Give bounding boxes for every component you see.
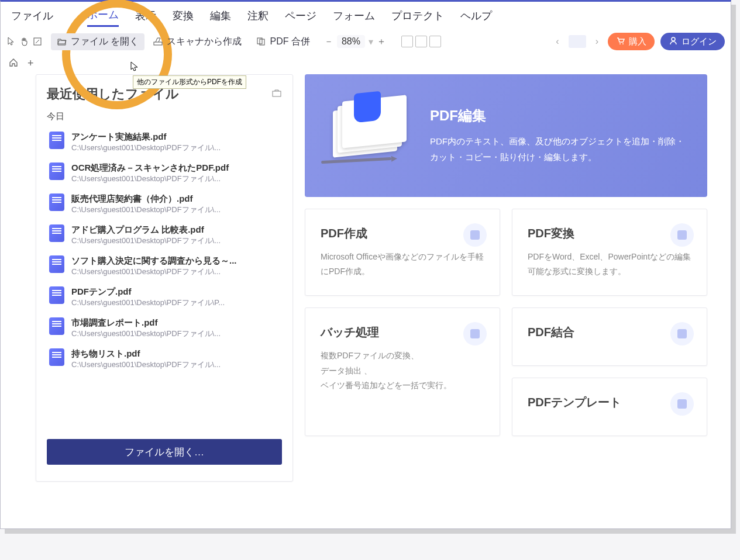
tab-annotate[interactable]: 注釈 (247, 9, 269, 26)
pdf-file-icon (49, 348, 64, 366)
zoom-dropdown-icon[interactable]: ▾ (369, 36, 373, 47)
svg-point-6 (672, 37, 675, 41)
pdf-file-icon (49, 255, 64, 273)
pdf-file-icon (49, 224, 64, 242)
zoom-out-button[interactable]: － (324, 36, 333, 48)
convert-card-title: PDF変換 (528, 226, 691, 241)
file-name: OCR処理済み－スキャンされたPDF.pdf (71, 163, 229, 174)
hero-illustration (322, 89, 416, 182)
file-name: アドビ購入プログラム 比較表.pdf (71, 224, 221, 236)
svg-point-5 (622, 43, 624, 44)
hand-tool-icon[interactable] (19, 36, 30, 47)
file-name: 持ち物リスト.pdf (71, 348, 221, 359)
hero-title: PDF編集 (430, 106, 690, 125)
scan-create-button[interactable]: スキャナから作成 (147, 33, 247, 50)
card-pdf-template[interactable]: PDFテンプレート (512, 378, 707, 436)
login-label: ログイン (682, 36, 717, 47)
recent-file-item[interactable]: OCR処理済み－スキャンされたPDF.pdf C:\Users\guest001… (47, 158, 282, 189)
combine-card-title: PDF結合 (528, 324, 691, 340)
template-card-title: PDFテンプレート (528, 395, 691, 410)
pdf-merge-label: PDF 合併 (270, 36, 309, 48)
folder-open-icon (57, 36, 67, 47)
tab-protect[interactable]: プロテクト (391, 9, 444, 26)
new-tab-button[interactable]: + (27, 57, 34, 70)
file-path: C:\Users\guest001\Desktop\PDFファイル\P... (71, 298, 225, 308)
pdf-merge-button[interactable]: PDF 合併 (250, 33, 315, 50)
recent-file-item[interactable]: 持ち物リスト.pdf C:\Users\guest001\Desktop\PDF… (47, 344, 282, 375)
zoom-controls: － 88% ▾ ＋ (324, 35, 386, 48)
batch-card-title: バッチ処理 (321, 324, 484, 340)
open-file-main-button[interactable]: ファイルを開く… (47, 439, 282, 465)
recent-files-panel: 最近使用したファイル 今日 アンケート実施結果.pdf C:\Users\gue… (36, 74, 293, 482)
create-card-title: PDF作成 (321, 226, 484, 241)
tab-home[interactable]: ホーム (87, 8, 119, 27)
tab-view[interactable]: 表示 (135, 9, 156, 26)
page-fit-height-icon[interactable] (415, 36, 427, 47)
open-file-main-label: ファイルを開く… (125, 445, 204, 459)
recent-file-item[interactable]: 販売代理店契約書（仲介）.pdf C:\Users\guest001\Deskt… (47, 189, 282, 220)
document-tab-strip: + (1, 57, 731, 74)
buy-button[interactable]: 購入 (608, 33, 655, 50)
buy-label: 購入 (629, 36, 646, 47)
scan-create-label: スキャナから作成 (167, 36, 242, 48)
file-name: ソフト購入決定に関する調査から見る～... (71, 255, 237, 267)
template-card-icon (670, 392, 694, 416)
recent-file-item[interactable]: アンケート実施結果.pdf C:\Users\guest001\Desktop\… (47, 127, 282, 158)
file-path: C:\Users\guest001\Desktop\PDFファイル\... (71, 174, 229, 184)
tab-form[interactable]: フォーム (333, 9, 375, 26)
create-card-desc: Microsoft Officeや画像などのファイルを手軽にPDF作成。 (321, 250, 484, 279)
recent-file-item[interactable]: PDFテンプ.pdf C:\Users\guest001\Desktop\PDF… (47, 282, 282, 313)
open-file-label: ファイル を開く (71, 36, 139, 48)
zoom-in-button[interactable]: ＋ (377, 36, 386, 48)
open-file-tooltip: 他のファイル形式からPDFを作成 (133, 75, 246, 89)
menu-file[interactable]: ファイル (11, 9, 53, 26)
file-name: PDFテンプ.pdf (71, 286, 225, 298)
recent-file-item[interactable]: ソフト購入決定に関する調査から見る～... C:\Users\guest001\… (47, 251, 282, 282)
card-pdf-combine[interactable]: PDF結合 (512, 307, 707, 366)
convert-card-icon (670, 223, 694, 247)
svg-point-4 (619, 43, 621, 44)
file-path: C:\Users\guest001\Desktop\PDFファイル\... (71, 359, 221, 370)
tab-edit[interactable]: 編集 (210, 9, 231, 26)
card-batch[interactable]: バッチ処理 複数PDFファイルの変換、 データ抽出 、 ベイツ番号追加などを一括… (305, 307, 500, 436)
nav-prev-button[interactable]: ‹ (552, 36, 562, 47)
file-path: C:\Users\guest001\Desktop\PDFファイル\... (71, 329, 221, 339)
menubar: ファイル ホーム 表示 変換 編集 注釈 ページ フォーム プロテクト ヘルプ (1, 2, 731, 30)
home-tab-icon[interactable] (9, 58, 18, 70)
tab-page[interactable]: ページ (285, 9, 316, 26)
hero-desc: PDF内のテキスト、画像、及び他のオブジェクトを追加・削除・カット・コピー・貼り… (430, 133, 690, 165)
page-fit-width-icon[interactable] (401, 36, 413, 47)
page-actual-size-icon[interactable] (429, 36, 441, 47)
combine-card-icon (670, 322, 694, 345)
svg-rect-1 (154, 42, 162, 45)
open-file-button[interactable]: ファイル を開く (51, 33, 144, 50)
card-pdf-convert[interactable]: PDF変換 PDFをWord、Excel、PowerPointなどの編集可能な形… (512, 209, 707, 296)
file-name: 市場調査レポート.pdf (71, 317, 221, 329)
card-pdf-create[interactable]: PDF作成 Microsoft Officeや画像などのファイルを手軽にPDF作… (305, 209, 500, 296)
nav-page-box[interactable] (569, 35, 586, 48)
hero-pdf-edit-card[interactable]: PDF編集 PDF内のテキスト、画像、及び他のオブジェクトを追加・削除・カット・… (305, 74, 707, 197)
batch-card-desc: 複数PDFファイルの変換、 データ抽出 、 ベイツ番号追加などを一括で実行。 (321, 348, 484, 393)
recent-file-item[interactable]: 市場調査レポート.pdf C:\Users\guest001\Desktop\P… (47, 313, 282, 344)
pdf-file-icon (49, 163, 64, 180)
pdf-file-icon (49, 132, 64, 149)
file-name: アンケート実施結果.pdf (71, 132, 221, 143)
recent-file-item[interactable]: アドビ購入プログラム 比較表.pdf C:\Users\guest001\Des… (47, 220, 282, 251)
zoom-value[interactable]: 88% (337, 35, 365, 48)
edit-tool-icon[interactable] (32, 36, 43, 47)
tab-convert[interactable]: 変換 (173, 9, 194, 26)
briefcase-icon[interactable] (271, 88, 282, 101)
nav-next-button[interactable]: › (592, 36, 602, 47)
batch-card-icon (463, 322, 487, 345)
tab-help[interactable]: ヘルプ (460, 9, 492, 26)
file-path: C:\Users\guest001\Desktop\PDFファイル\... (71, 267, 237, 277)
convert-card-desc: PDFをWord、Excel、PowerPointなどの編集可能な形式に変換しま… (528, 250, 691, 279)
toolbar: ファイル を開く スキャナから作成 PDF 合併 － 88% ▾ ＋ ‹ › 購… (1, 30, 731, 57)
pdf-file-icon (49, 193, 64, 211)
create-card-icon (463, 223, 487, 247)
scanner-icon (153, 36, 163, 47)
login-button[interactable]: ログイン (660, 33, 725, 50)
merge-icon (256, 36, 266, 47)
pointer-tool-icon[interactable] (6, 36, 17, 47)
file-path: C:\Users\guest001\Desktop\PDFファイル\... (71, 236, 221, 246)
